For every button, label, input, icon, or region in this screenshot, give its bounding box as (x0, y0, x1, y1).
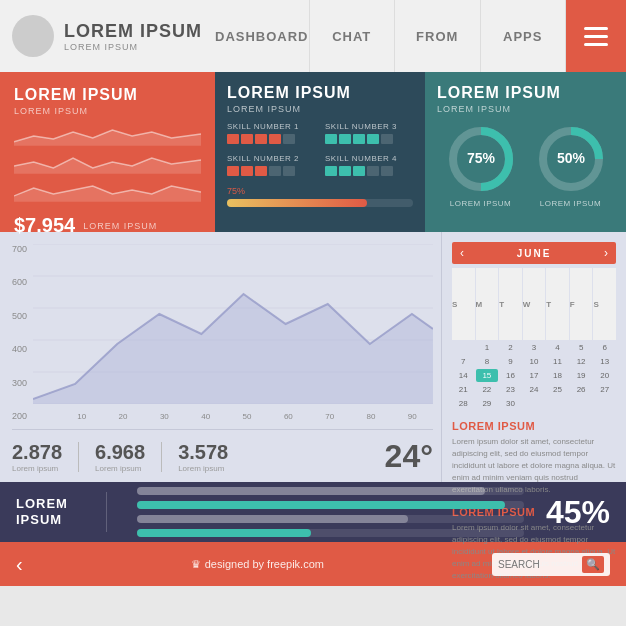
hamburger-button[interactable] (566, 0, 626, 72)
cal-d-empty1 (452, 341, 475, 354)
cal-d-12[interactable]: 12 (570, 355, 593, 368)
x-40: 40 (201, 412, 210, 421)
cal-h-s1: S (452, 268, 475, 340)
cal-d-29[interactable]: 29 (476, 397, 499, 410)
hbar-3-bg (137, 515, 524, 523)
bottom-label: LOREM IPSUM (16, 496, 86, 527)
sidebar-text-1: LOREM IPSUM Lorem ipsum dolor sit amet, … (452, 420, 616, 496)
nav-apps[interactable]: APPS (481, 0, 567, 72)
cal-d-15-today[interactable]: 15 (476, 369, 499, 382)
cal-d-24[interactable]: 24 (523, 383, 546, 396)
cal-h-t1: T (499, 268, 522, 340)
footer-back-arrow[interactable]: ‹ (16, 553, 23, 576)
stat-1-label: Lorem ipsum (12, 464, 62, 473)
cal-d-20[interactable]: 20 (593, 369, 616, 382)
cal-d-13[interactable]: 13 (593, 355, 616, 368)
cal-d-11[interactable]: 11 (546, 355, 569, 368)
hbar-2-bg (137, 501, 524, 509)
skill-1: SKILL NUMBER 1 (227, 122, 315, 144)
x-10: 10 (77, 412, 86, 421)
hbar-2-fill (137, 501, 505, 509)
y-700: 700 (12, 244, 27, 254)
cal-d-14[interactable]: 14 (452, 369, 475, 382)
panel1-title: LOREM IPSUM (14, 86, 201, 104)
footer-search[interactable]: 🔍 (492, 553, 610, 576)
cal-d-empty4 (570, 397, 593, 410)
nav-from[interactable]: FROM (395, 0, 481, 72)
cal-d-4[interactable]: 4 (546, 341, 569, 354)
donut-2: 50% LOREM IPSUM (536, 124, 606, 208)
chart-y-axis: 700 600 500 400 300 200 (12, 244, 33, 421)
chart-main: 700 600 500 400 300 200 (0, 232, 441, 482)
skill-3-label: SKILL NUMBER 3 (325, 122, 413, 131)
panels-row: LOREM IPSUM LOREM IPSUM $7.954 LOREM IPS… (0, 72, 626, 232)
progress-row: 75% (227, 186, 413, 207)
cal-d-30[interactable]: 30 (499, 397, 522, 410)
cal-h-w: W (523, 268, 546, 340)
cal-d-26[interactable]: 26 (570, 383, 593, 396)
cal-next[interactable]: › (604, 246, 608, 260)
stat-2: 6.968 Lorem ipsum (95, 441, 145, 473)
cal-month: JUNE (517, 248, 552, 259)
donut-1-label: LOREM IPSUM (450, 199, 512, 208)
cal-d-16[interactable]: 16 (499, 369, 522, 382)
skill-2-dots (227, 166, 315, 176)
cal-d-19[interactable]: 19 (570, 369, 593, 382)
crown-icon: ♛ (191, 558, 201, 571)
stat-2-label: Lorem ipsum (95, 464, 145, 473)
donut-1: 75% LOREM IPSUM (446, 124, 516, 208)
x-70: 70 (325, 412, 334, 421)
stat-divider-1 (78, 442, 79, 472)
cal-d-empty3 (546, 397, 569, 410)
stat-1: 2.878 Lorem ipsum (12, 441, 62, 473)
cal-d-5[interactable]: 5 (570, 341, 593, 354)
cal-d-empty2 (523, 397, 546, 410)
progress-label: 75% (227, 186, 413, 196)
y-200: 200 (12, 411, 27, 421)
cal-d-23[interactable]: 23 (499, 383, 522, 396)
stats-row: 2.878 Lorem ipsum 6.968 Lorem ipsum 3.57… (12, 429, 433, 475)
cal-d-21[interactable]: 21 (452, 383, 475, 396)
chart-sidebar: ‹ JUNE › S M T W T F S 1 2 3 4 5 6 7 8 9… (441, 232, 626, 482)
hbar-3-fill (137, 515, 408, 523)
cal-d-18[interactable]: 18 (546, 369, 569, 382)
cal-d-8[interactable]: 8 (476, 355, 499, 368)
cal-d-1[interactable]: 1 (476, 341, 499, 354)
cal-prev[interactable]: ‹ (460, 246, 464, 260)
wave-1 (14, 124, 201, 146)
x-80: 80 (367, 412, 376, 421)
cal-d-25[interactable]: 25 (546, 383, 569, 396)
hbar-4-bg (137, 529, 524, 537)
stat-1-value: 2.878 (12, 441, 62, 464)
calendar-header: ‹ JUNE › (452, 242, 616, 264)
donut-2-chart: 50% (536, 124, 606, 194)
cal-d-17[interactable]: 17 (523, 369, 546, 382)
cal-d-6[interactable]: 6 (593, 341, 616, 354)
skill-2: SKILL NUMBER 2 (227, 154, 315, 176)
footer-credit: ♛ designed by freepik.com (191, 558, 324, 571)
cal-d-27[interactable]: 27 (593, 383, 616, 396)
x-20: 20 (119, 412, 128, 421)
cal-h-s2: S (593, 268, 616, 340)
x-90: 90 (408, 412, 417, 421)
cal-d-9[interactable]: 9 (499, 355, 522, 368)
panel3-title: LOREM IPSUM (437, 84, 614, 102)
nav-dashboard[interactable]: DASHBOARD (215, 0, 310, 72)
stat-3: 3.578 Lorem ipsum (178, 441, 228, 473)
cal-d-3[interactable]: 3 (523, 341, 546, 354)
wave-lines (14, 124, 201, 202)
y-400: 400 (12, 344, 27, 354)
cal-d-10[interactable]: 10 (523, 355, 546, 368)
nav-chat[interactable]: CHAT (310, 0, 396, 72)
cal-d-28[interactable]: 28 (452, 397, 475, 410)
search-button[interactable]: 🔍 (582, 556, 604, 573)
search-input[interactable] (498, 559, 578, 570)
chart-svg (33, 244, 433, 404)
header: LOREM IPSUM LOREM IPSUM DASHBOARD CHAT F… (0, 0, 626, 72)
cal-h-t2: T (546, 268, 569, 340)
sidebar-heading-1: LOREM IPSUM (452, 420, 616, 432)
cal-d-22[interactable]: 22 (476, 383, 499, 396)
skill-1-label: SKILL NUMBER 1 (227, 122, 315, 131)
cal-d-2[interactable]: 2 (499, 341, 522, 354)
cal-d-7[interactable]: 7 (452, 355, 475, 368)
